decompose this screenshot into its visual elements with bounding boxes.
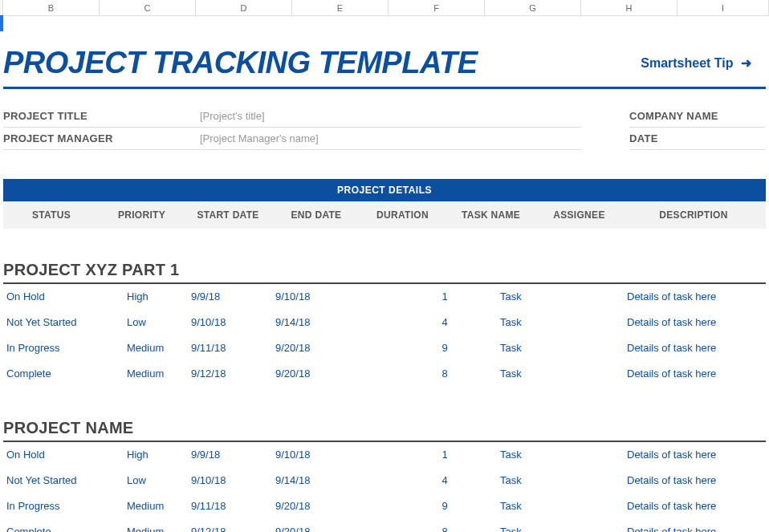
tip-link-label: Smartsheet Tip [641,56,733,70]
description-cell[interactable]: Details of task here [624,526,766,532]
table-row[interactable]: Not Yet StartedLow9/10/189/14/184TaskDet… [3,468,766,493]
task-name-cell[interactable]: Task [497,290,617,303]
table-row[interactable]: In ProgressMedium9/11/189/20/189TaskDeta… [3,335,766,361]
end-date-cell[interactable]: 9/14/18 [272,474,393,486]
duration-cell[interactable]: 8 [393,368,497,380]
task-name-cell[interactable]: Task [497,526,617,532]
column-header[interactable]: F [389,0,485,15]
column-header[interactable]: B [3,0,100,15]
priority-cell[interactable]: Medium [124,526,188,532]
end-date-cell[interactable]: 9/20/18 [272,526,393,532]
end-date-cell[interactable]: 9/10/18 [272,449,393,461]
duration-cell[interactable]: 4 [393,474,497,486]
start-date-cell[interactable]: 9/12/18 [188,368,272,380]
status-cell[interactable]: On Hold [3,290,124,303]
duration-cell[interactable]: 4 [393,316,497,328]
table-row[interactable]: On HoldHigh9/9/189/10/181TaskDetails of … [3,284,766,310]
priority-cell[interactable]: Low [124,474,188,486]
assignee-cell[interactable] [617,474,624,486]
status-cell[interactable]: Not Yet Started [3,316,124,328]
status-cell[interactable]: Complete [3,526,124,532]
priority-cell[interactable]: Medium [124,500,188,512]
start-date-cell[interactable]: 9/11/18 [188,342,272,354]
col-header-assignee[interactable]: ASSIGNEE [537,209,621,221]
column-header[interactable]: G [485,0,581,15]
description-cell[interactable]: Details of task here [624,368,766,380]
table-row[interactable]: CompleteMedium9/12/189/20/188TaskDetails… [3,519,766,532]
description-cell[interactable]: Details of task here [624,500,766,512]
end-date-cell[interactable]: 9/20/18 [272,500,393,512]
task-name-cell[interactable]: Task [497,316,617,328]
col-header-end-date[interactable]: END DATE [272,209,360,221]
col-header-status[interactable]: STATUS [3,209,100,221]
project-title-row[interactable]: PROJECT TITLE [Project's title] [3,105,581,128]
section-title[interactable]: PROJECT XYZ PART 1 [3,261,766,284]
start-date-cell[interactable]: 9/10/18 [188,474,272,486]
task-name-cell[interactable]: Task [497,474,617,486]
col-header-start-date[interactable]: START DATE [184,209,272,221]
column-header[interactable]: E [292,0,389,15]
company-name-row[interactable]: COMPANY NAME [629,105,766,128]
assignee-cell[interactable] [617,500,624,512]
start-date-cell[interactable]: 9/12/18 [188,526,272,532]
end-date-cell[interactable]: 9/14/18 [272,316,393,328]
start-date-cell[interactable]: 9/9/18 [188,449,272,461]
col-header-description[interactable]: DESCRIPTION [621,209,766,221]
priority-cell[interactable]: High [124,449,188,461]
status-cell[interactable]: Not Yet Started [3,474,124,486]
assignee-cell[interactable] [617,368,624,380]
column-header[interactable]: D [196,0,292,15]
task-name-cell[interactable]: Task [497,368,617,380]
status-cell[interactable]: In Progress [3,500,124,512]
table-row[interactable]: On HoldHigh9/9/189/10/181TaskDetails of … [3,442,766,468]
table-row[interactable]: Not Yet StartedLow9/10/189/14/184TaskDet… [3,310,766,335]
priority-cell[interactable]: Medium [124,368,188,380]
description-cell[interactable]: Details of task here [624,290,766,303]
task-name-cell[interactable]: Task [497,449,617,461]
priority-cell[interactable]: High [124,290,188,303]
task-name-cell[interactable]: Task [497,500,617,512]
date-row[interactable]: DATE [629,128,766,150]
description-cell[interactable]: Details of task here [624,474,766,486]
duration-cell[interactable]: 8 [393,526,497,532]
column-header[interactable]: C [100,0,196,15]
duration-cell[interactable]: 1 [393,449,497,461]
col-header-duration[interactable]: DURATION [360,209,445,221]
status-cell[interactable]: In Progress [3,342,124,354]
section-title[interactable]: PROJECT NAME [3,419,766,442]
start-date-cell[interactable]: 9/10/18 [188,316,272,328]
assignee-cell[interactable] [617,290,624,303]
priority-cell[interactable]: Low [124,316,188,328]
duration-cell[interactable]: 9 [393,342,497,354]
column-header[interactable]: I [677,0,769,15]
col-header-task-name[interactable]: TASK NAME [445,209,537,221]
end-date-cell[interactable]: 9/10/18 [272,290,393,303]
column-header[interactable]: H [581,0,677,15]
col-header-priority[interactable]: PRIORITY [100,209,184,221]
duration-cell[interactable]: 1 [393,290,497,303]
description-cell[interactable]: Details of task here [624,316,766,328]
selected-cell-indicator[interactable] [0,15,3,31]
assignee-cell[interactable] [617,449,624,461]
task-name-cell[interactable]: Task [497,342,617,354]
smartsheet-tip-link[interactable]: Smartsheet Tip ➜ [641,55,766,71]
project-title-value: [Project's title] [200,110,265,122]
status-cell[interactable]: Complete [3,368,124,380]
spreadsheet-column-headers: B C D E F G H I [0,0,769,16]
status-cell[interactable]: On Hold [3,449,124,461]
table-row[interactable]: CompleteMedium9/12/189/20/188TaskDetails… [3,361,766,387]
assignee-cell[interactable] [617,316,624,328]
start-date-cell[interactable]: 9/11/18 [188,500,272,512]
table-row[interactable]: In ProgressMedium9/11/189/20/189TaskDeta… [3,493,766,519]
assignee-cell[interactable] [617,526,624,532]
end-date-cell[interactable]: 9/20/18 [272,342,393,354]
duration-cell[interactable]: 9 [393,500,497,512]
project-manager-row[interactable]: PROJECT MANAGER [Project Manager's name] [3,128,581,150]
start-date-cell[interactable]: 9/9/18 [188,290,272,303]
description-cell[interactable]: Details of task here [624,449,766,461]
assignee-cell[interactable] [617,342,624,354]
end-date-cell[interactable]: 9/20/18 [272,368,393,380]
priority-cell[interactable]: Medium [124,342,188,354]
arrow-right-icon: ➜ [741,56,751,70]
description-cell[interactable]: Details of task here [624,342,766,354]
